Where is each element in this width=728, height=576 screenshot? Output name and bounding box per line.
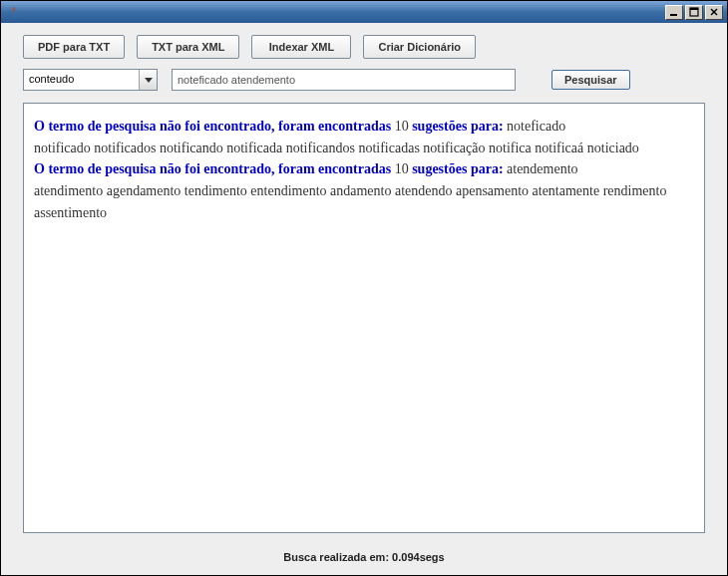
result-block: O termo de pesquisa não foi encontrado, … [34,158,694,223]
notfound-text: O termo de pesquisa não foi encontrado, … [34,161,395,176]
search-button[interactable]: Pesquisar [551,70,630,90]
content-area: PDF para TXT TXT para XML Indexar XML Cr… [1,23,727,575]
toolbar: PDF para TXT TXT para XML Indexar XML Cr… [1,23,727,69]
suggestions-label: sugestões para: [409,161,507,176]
svg-rect-2 [690,8,698,10]
misspelled-term: noteficado [507,119,565,134]
suggestions-list: atendimento agendamento tendimento enten… [34,180,694,223]
svg-marker-5 [145,78,153,83]
results-panel[interactable]: O termo de pesquisa não foi encontrado, … [23,103,705,533]
window-controls [665,5,725,20]
java-icon [7,4,23,20]
chevron-down-icon[interactable] [139,70,157,90]
minimize-button[interactable] [665,5,683,20]
misspelled-term: atendemento [507,161,578,176]
status-bar: Busca realizada em: 0.094segs [1,543,727,575]
field-combo[interactable]: conteudo [23,69,158,91]
notfound-text: O termo de pesquisa não foi encontrado, … [34,119,395,134]
pdf-to-txt-button[interactable]: PDF para TXT [23,35,125,59]
suggestions-list: notificado notificados notificando notif… [34,138,694,159]
app-window: PDF para TXT TXT para XML Indexar XML Cr… [0,0,728,576]
suggestions-label: sugestões para: [409,119,507,134]
txt-to-xml-button[interactable]: TXT para XML [137,35,239,59]
titlebar [1,1,727,23]
field-combo-value: conteudo [24,70,139,90]
maximize-button[interactable] [685,5,703,20]
index-xml-button[interactable]: Indexar XML [251,35,351,59]
create-dictionary-button[interactable]: Criar Dicionário [363,35,476,59]
result-block: O termo de pesquisa não foi encontrado, … [34,116,694,158]
search-input[interactable] [172,69,516,91]
suggestion-count: 10 [395,119,409,134]
close-button[interactable] [705,5,723,20]
suggestion-count: 10 [395,161,409,176]
search-bar: conteudo Pesquisar [1,69,727,103]
svg-rect-0 [670,14,677,16]
status-text: Busca realizada em: 0.094segs [283,551,444,563]
